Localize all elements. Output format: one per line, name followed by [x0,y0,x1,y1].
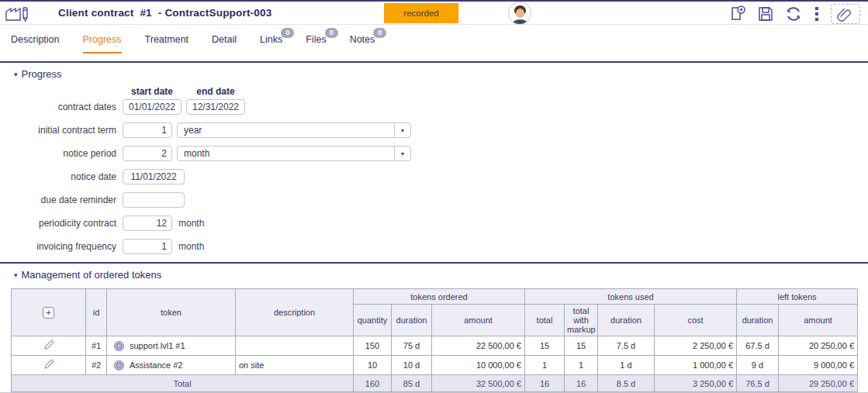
field-label: due date reminder [0,195,116,205]
edit-pencil-icon[interactable] [43,358,55,371]
tab-treatment[interactable]: Treatment [145,34,189,52]
total-ordered-duration: 85 d [392,375,432,392]
notice-date-row: notice date 11/01/2022 [0,169,868,184]
tab-count-badge: 0 [281,28,294,38]
total-with-markup: 16 [565,375,598,392]
total-left-amount: 29 250,00 € [779,375,858,392]
row-total-with-markup: 1 [565,356,598,375]
token-name-link[interactable]: support lvl1 #1 [130,341,185,350]
group-header-left-tokens: left tokens [737,289,858,305]
periodicity-contract-row: periodicity contract 12 month [0,215,868,231]
initial-contract-term-row: initial contract term 1 year ▾ [0,122,868,138]
group-header-tokens-used: tokens used [525,289,737,305]
tab-files[interactable]: Files0 [306,34,326,52]
row-description: on site [236,356,354,375]
save-icon[interactable] [757,5,774,22]
chevron-down-icon[interactable]: ▾ [394,147,410,160]
notice-date-input[interactable]: 11/01/2022 [123,169,185,184]
field-label: contract dates [0,102,116,112]
unit-label: month [178,218,204,229]
end-date-header: end date [186,86,245,98]
collapse-caret-icon: ▾ [14,271,18,279]
table-row: #1 support lvl1 #1 150 75 d 22 500,00 € … [12,336,858,356]
tab-label: Description [11,34,60,45]
date-column-headers: start date end date [0,86,868,98]
initial-contract-term-input[interactable]: 1 [123,122,172,138]
section-title-text: Management of ordered tokens [22,269,162,281]
row-total-with-markup: 15 [565,336,598,356]
select-value: month [184,148,209,159]
tab-bar: Description Progress Treatment Detail Li… [0,25,868,63]
tab-count-badge: 0 [373,28,386,38]
tab-label: Detail [212,34,237,45]
invoicing-frequency-input[interactable]: 1 [123,239,172,254]
col-header-cost: cost [655,305,737,336]
token-icon [114,360,124,371]
col-header-total-with-markup: total with markup [565,305,598,336]
unit-label: month [178,241,204,252]
chevron-down-icon[interactable]: ▾ [394,123,410,137]
user-avatar[interactable] [508,2,531,25]
tab-detail[interactable]: Detail [212,34,237,52]
new-document-icon[interactable] [729,5,747,22]
contract-start-date-input[interactable]: 01/01/2022 [123,99,182,115]
row-id: #2 [86,356,107,375]
edit-pencil-icon[interactable] [43,339,55,351]
row-used-duration: 7.5 d [598,336,655,356]
row-quantity: 10 [354,356,392,375]
row-total: 1 [525,356,565,375]
col-header-quantity: quantity [354,305,392,336]
row-ordered-amount: 10 000,00 € [432,356,525,375]
contract-end-date-input[interactable]: 12/31/2022 [186,99,245,115]
add-row-button[interactable]: + [43,307,54,319]
notice-period-input[interactable]: 2 [123,146,172,161]
row-ordered-amount: 22 500,00 € [432,336,525,356]
due-date-reminder-input[interactable] [123,192,185,208]
app-window: Client contract #1 - ContractSupport-003… [0,0,868,393]
start-date-header: start date [123,86,182,98]
row-used-duration: 1 d [598,356,655,375]
token-name-link[interactable]: Assistance #2 [130,360,182,370]
tab-progress[interactable]: Progress [83,34,122,53]
initial-contract-term-unit-select[interactable]: year ▾ [177,122,411,138]
row-cost: 2 250,00 € [655,336,737,356]
avatar-body [513,19,527,25]
avatar-face [516,9,524,18]
field-label: periodicity contract [0,218,116,229]
total-row: Total 160 85 d 32 500,00 € 16 16 8.5 d 3… [12,375,858,392]
col-header-left-amount: amount [779,305,858,336]
progress-section-header[interactable]: ▾Progress [0,63,868,81]
field-label: notice date [0,171,116,182]
notice-period-row: notice period 2 month ▾ [0,146,868,161]
add-column-header: + [12,289,86,336]
total-ordered-amount: 32 500,00 € [432,375,525,392]
periodicity-contract-input[interactable]: 12 [123,215,172,231]
due-date-reminder-row: due date reminder [0,192,868,208]
tab-label: Notes [350,34,375,45]
col-header-ordered-amount: amount [432,305,525,336]
tab-notes[interactable]: Notes0 [350,34,375,52]
kebab-menu-icon[interactable] [813,5,821,22]
total-used-duration: 8.5 d [598,375,655,392]
field-label: invoicing frequency [0,241,116,252]
tab-description[interactable]: Description [11,34,60,52]
edit-cell [12,356,86,375]
row-cost: 1 000,00 € [655,356,737,375]
paperclip-icon [836,6,855,22]
section-title-text: Progress [22,68,62,80]
row-quantity: 150 [354,336,392,356]
field-label: initial contract term [0,125,116,136]
tab-label: Progress [83,34,122,45]
row-ordered-duration: 10 d [392,356,432,375]
attachment-dropzone[interactable] [831,4,860,24]
refresh-icon[interactable] [784,5,803,23]
notice-period-unit-select[interactable]: month ▾ [177,146,411,161]
tokens-section-header[interactable]: ▾Management of ordered tokens [0,264,868,282]
row-total: 15 [525,336,565,356]
edit-cell [12,336,86,356]
total-total: 16 [525,375,565,392]
row-left-amount: 20 250,00 € [779,336,858,356]
tab-links[interactable]: Links0 [260,34,282,52]
total-left-duration: 76.5 d [737,375,779,392]
factory-pencil-icon [5,4,36,22]
